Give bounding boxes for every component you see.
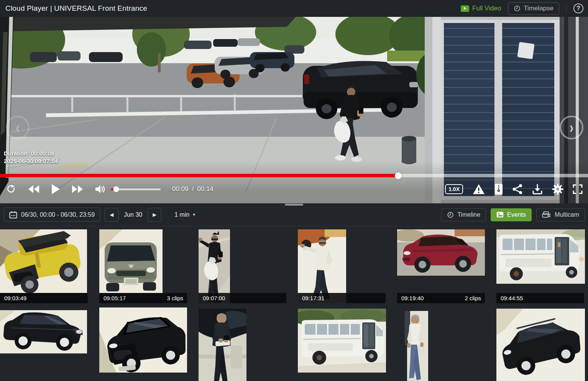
share-button[interactable]	[512, 184, 523, 195]
download-icon	[532, 184, 543, 195]
event-image-black-rav4	[99, 307, 187, 373]
gear-icon	[552, 183, 563, 195]
event-thumbnail[interactable]	[496, 307, 584, 381]
multicam-tab[interactable]: Multicam	[536, 208, 585, 221]
timelapse-button[interactable]: Timelapse	[508, 2, 559, 15]
full-video-label: Full Video	[472, 5, 501, 12]
event-time: 09:19:40	[401, 295, 424, 301]
event-clips: 3 clips	[167, 295, 183, 301]
event-thumbnail[interactable]	[298, 307, 386, 381]
volume-button[interactable]	[95, 185, 105, 194]
multicam-label: Multicam	[555, 211, 579, 218]
event-image-yellow-suv	[0, 229, 87, 293]
event-thumbnail[interactable]	[397, 307, 485, 381]
chevron-down-icon: ▼	[192, 213, 196, 217]
play-icon	[51, 184, 60, 195]
chevron-left-icon: ‹	[16, 120, 20, 136]
events-label: Events	[507, 211, 526, 218]
event-thumbnail[interactable]: 09:03:49	[0, 229, 88, 303]
resize-handle[interactable]	[285, 204, 303, 206]
replay-button[interactable]	[6, 184, 16, 195]
event-thumbnail[interactable]: 09:17:31	[298, 229, 386, 303]
event-image-man-white-shirt	[298, 229, 346, 303]
event-thumbnail[interactable]: 09:19:40 2 clips	[397, 229, 485, 303]
volume-icon	[95, 185, 105, 194]
event-image-black-suv-side	[0, 310, 87, 353]
filter-toolbar: 06/30, 00:00 - 06/30, 23:59 ◀ Jun 30 ▶ 1…	[0, 203, 588, 226]
fast-forward-button[interactable]	[72, 185, 83, 193]
event-thumbnail[interactable]	[0, 307, 88, 381]
event-image-bald-man	[199, 309, 246, 381]
share-icon	[512, 184, 523, 195]
progress-bar[interactable]	[0, 174, 588, 177]
play-button[interactable]	[51, 184, 60, 195]
events-panel: 09:03:49	[0, 226, 588, 381]
day-label: Jun 30	[123, 211, 143, 218]
chevron-right-icon: ›	[570, 120, 573, 136]
fullscreen-icon	[573, 184, 583, 194]
full-video-button[interactable]: Full Video	[461, 5, 501, 12]
prev-day-button[interactable]: ◀	[105, 208, 118, 222]
event-image-bus-side	[298, 309, 386, 373]
event-caption: 09:07:00	[199, 293, 286, 303]
events-grid: 09:03:49	[0, 229, 588, 381]
timeline-tab[interactable]: Timeline	[441, 208, 486, 221]
event-thumbnail[interactable]: 09:44:55	[496, 229, 584, 303]
top-bar: Cloud Player | UNIVERSAL Front Entrance …	[0, 0, 588, 17]
warning-icon	[472, 183, 485, 195]
multicam-icon	[542, 211, 551, 218]
time-separator: /	[192, 185, 194, 193]
timelapse-label: Timelapse	[524, 5, 554, 12]
download-button[interactable]	[532, 184, 543, 195]
arrow-right-icon: ▶	[153, 212, 156, 217]
datetime-overlay: 2025-06-30 09:07:04	[4, 157, 58, 165]
report-issue-button[interactable]	[472, 183, 485, 195]
playback-speed-button[interactable]: 1.0X	[445, 184, 463, 194]
page-title: Cloud Player | UNIVERSAL Front Entrance	[5, 4, 147, 13]
total-time: 00:14	[197, 185, 214, 193]
video-overlay-meta: Duration: 00:00:08 2025-06-30 09:07:04	[4, 150, 58, 165]
volume-slider[interactable]	[111, 188, 161, 190]
date-range-label: 06/30, 00:00 - 06/30, 23:59	[21, 211, 95, 218]
progress-played	[0, 174, 398, 177]
fullscreen-button[interactable]	[573, 184, 583, 194]
settings-button[interactable]	[552, 183, 563, 195]
interval-label: 1 min	[174, 211, 189, 218]
time-display: 00:09 / 00:14	[172, 185, 214, 193]
event-image-black-suv-2	[496, 309, 585, 381]
divider	[566, 4, 567, 13]
event-caption: 09:19:40 2 clips	[397, 293, 485, 303]
event-image-man-white-polo	[397, 311, 428, 381]
event-image-red-suv	[397, 229, 485, 276]
calendar-icon	[9, 211, 17, 219]
event-time: 09:17:31	[302, 295, 324, 301]
event-thumbnail[interactable]	[199, 307, 286, 381]
play-badge-icon	[461, 5, 469, 12]
event-thumbnail[interactable]: 09:05:17 3 clips	[99, 229, 187, 303]
rewind-button[interactable]	[28, 185, 39, 193]
event-thumbnail[interactable]	[99, 307, 187, 381]
duration-overlay: Duration: 00:00:08	[4, 150, 58, 157]
arrow-left-icon: ◀	[110, 212, 113, 217]
clock-icon	[514, 5, 521, 12]
player-controls: 00:09 / 00:14 1.0X	[0, 177, 588, 203]
event-caption: 09:17:31	[298, 293, 386, 303]
event-thumbnail[interactable]: 09:07:00	[199, 229, 286, 303]
event-image-silver-sedan	[99, 229, 163, 293]
next-clip-button[interactable]: ›	[560, 116, 583, 139]
event-time: 09:07:00	[203, 295, 225, 301]
event-image-man-with-bag	[199, 229, 230, 303]
events-tab[interactable]: Events	[491, 208, 532, 221]
interval-dropdown[interactable]: 1 min ▼	[174, 211, 196, 218]
clock-icon	[447, 211, 454, 218]
prev-clip-button[interactable]: ‹	[6, 116, 30, 139]
event-time: 09:44:55	[501, 295, 523, 301]
zip-export-button[interactable]	[494, 183, 503, 195]
replay-icon	[6, 184, 16, 195]
next-day-button[interactable]: ▶	[148, 208, 161, 222]
event-clips: 2 clips	[465, 295, 481, 301]
volume-knob[interactable]	[113, 186, 119, 192]
help-icon[interactable]: ?	[573, 3, 583, 13]
date-range-button[interactable]: 06/30, 00:00 - 06/30, 23:59	[4, 208, 100, 222]
fast-forward-icon	[72, 185, 83, 193]
